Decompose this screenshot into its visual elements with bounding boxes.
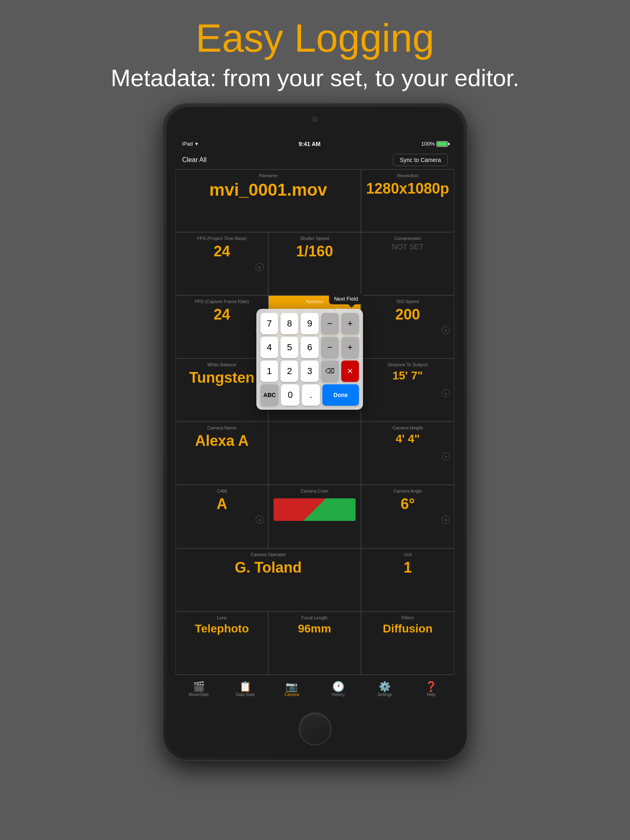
dataslate-icon: 📋 xyxy=(239,682,251,692)
key-2[interactable]: 2 xyxy=(281,361,298,382)
cam-label: CAM xyxy=(217,488,227,493)
key-1[interactable]: 1 xyxy=(260,361,278,382)
cell-cam-angle[interactable]: Camera Angle 6° › xyxy=(361,485,454,548)
tab-history[interactable]: 🕐 History xyxy=(315,675,361,703)
cell-focal[interactable]: Focal Length 96mm xyxy=(268,612,361,675)
cam-color-label: Camera Color xyxy=(301,488,329,493)
cell-cam[interactable]: CAM A › xyxy=(176,485,268,548)
shutter-label: Shutter Speed xyxy=(300,236,329,241)
filename-value: mvi_0001.mov xyxy=(209,180,327,199)
key-8[interactable]: 8 xyxy=(281,313,298,334)
key-minus[interactable]: − xyxy=(321,313,339,334)
cell-operator[interactable]: Camera Operator G. Toland xyxy=(176,548,361,612)
cam-angle-value: 6° xyxy=(401,496,415,512)
focal-label: Focal Length xyxy=(301,615,328,620)
key-backspace[interactable]: ⌫ xyxy=(321,361,339,382)
dataslate-label: Data Slate xyxy=(236,692,255,697)
numpad-hint[interactable]: Next Field xyxy=(329,293,363,304)
cam-height-stepper[interactable]: › xyxy=(442,452,450,461)
lens-label: Lens xyxy=(217,615,227,620)
aperture-label: Aperture xyxy=(306,299,323,304)
operator-value: G. Toland xyxy=(235,559,301,576)
settings-label: Settings xyxy=(377,692,392,697)
page-subtitle: Metadata: from your set, to your editor. xyxy=(111,64,519,91)
color-swatch[interactable] xyxy=(274,498,356,521)
compression-value: NOT SET xyxy=(392,243,424,251)
tab-settings[interactable]: ⚙️ Settings xyxy=(361,675,408,703)
cell-lens[interactable]: Lens Telephoto xyxy=(176,612,268,675)
movieslate-icon: 🎬 xyxy=(193,682,205,692)
clear-all-button[interactable]: Clear All xyxy=(182,156,207,164)
cell-fps2[interactable]: FPS (Capture Frame Rate) 24 › xyxy=(176,295,268,358)
cell-shutter[interactable]: Shutter Speed 1/160 xyxy=(268,232,361,295)
cell-iso[interactable]: ISO Speed 200 › xyxy=(361,295,454,358)
wb-label: White Balance xyxy=(207,362,236,367)
cam-height-label: Camera Height xyxy=(393,425,423,430)
top-bar: Clear All Sync to Camera xyxy=(176,151,454,169)
cam-name-value: Alexa A xyxy=(195,433,249,449)
key-4[interactable]: 4 xyxy=(260,337,278,358)
operator-label: Camera Operator xyxy=(251,552,286,557)
key-9[interactable]: 9 xyxy=(301,313,318,334)
tab-movieslate[interactable]: 🎬 MovieSlate xyxy=(176,675,222,703)
cell-distance[interactable]: Distance To Subject 15' 7" › xyxy=(361,358,454,422)
key-6[interactable]: 6 xyxy=(301,337,318,358)
key-abc[interactable]: ABC xyxy=(260,384,278,406)
iso-label: ISO Speed xyxy=(397,299,419,304)
ipad-device: iPad ▾ 9:41 AM 100% Clear All Sync to Ca… xyxy=(163,104,467,760)
cell-resolution[interactable]: Resolution 1280x1080p xyxy=(361,169,454,233)
home-button[interactable] xyxy=(299,712,331,745)
numpad-overlay: Next Field 7 8 9 − + 4 5 6 − xyxy=(256,309,363,410)
key-minus2[interactable]: − xyxy=(321,337,339,358)
sync-to-camera-button[interactable]: Sync to Camera xyxy=(393,154,448,166)
camera-icon: 📷 xyxy=(285,682,298,692)
movieslate-label: MovieSlate xyxy=(189,692,209,697)
wb-value: Tungsten xyxy=(189,370,254,386)
cell-cam-name[interactable]: Camera Name Alexa A xyxy=(176,422,268,485)
distance-stepper[interactable]: › xyxy=(442,389,450,397)
filename-label: Filename xyxy=(259,173,277,178)
help-label: Help xyxy=(427,692,436,697)
key-7[interactable]: 7 xyxy=(260,313,278,334)
cam-name-label: Camera Name xyxy=(207,425,237,430)
wifi-icon: ▾ xyxy=(195,141,198,147)
cam-stepper[interactable]: › xyxy=(256,516,264,524)
cam-angle-stepper[interactable]: › xyxy=(442,516,450,524)
cam-height-value: 4' 4" xyxy=(395,433,420,445)
tab-dataslate[interactable]: 📋 Data Slate xyxy=(222,675,268,703)
distance-value: 15' 7" xyxy=(393,370,423,382)
device-label: iPad xyxy=(182,141,193,147)
fps-stepper[interactable]: › xyxy=(256,263,264,271)
key-0[interactable]: 0 xyxy=(281,384,299,406)
camera-label: Camera xyxy=(285,692,299,697)
cell-compression[interactable]: Compression NOT SET xyxy=(361,232,454,295)
key-5[interactable]: 5 xyxy=(281,337,298,358)
key-3[interactable]: 3 xyxy=(301,361,318,382)
key-delete[interactable]: ✕ xyxy=(341,361,359,382)
key-plus2[interactable]: + xyxy=(341,337,359,358)
cell-wb[interactable]: White Balance Tungsten xyxy=(176,358,268,422)
key-plus[interactable]: + xyxy=(341,313,359,334)
cell-unit[interactable]: Unit 1 xyxy=(361,548,454,612)
focal-value: 96mm xyxy=(298,623,331,635)
battery-indicator xyxy=(436,141,448,147)
camera-dot xyxy=(312,116,318,122)
resolution-label: Resolution xyxy=(397,173,418,178)
cell-filename[interactable]: Filename mvi_0001.mov xyxy=(176,169,361,233)
unit-value: 1 xyxy=(404,559,412,576)
cell-cam-color[interactable]: Camera Color xyxy=(268,485,361,548)
key-done[interactable]: Done xyxy=(322,384,359,406)
cell-filters[interactable]: Filters Diffusion xyxy=(361,612,454,675)
battery-label: 100% xyxy=(421,141,435,147)
cam-angle-label: Camera Angle xyxy=(393,488,422,493)
iso-stepper[interactable]: › xyxy=(442,326,450,334)
cell-keypad-placeholder2 xyxy=(268,422,361,485)
cell-cam-height[interactable]: Camera Height 4' 4" › xyxy=(361,422,454,485)
tab-help[interactable]: ❓ Help xyxy=(408,675,454,703)
help-icon: ❓ xyxy=(425,682,437,692)
status-time: 9:41 AM xyxy=(299,141,320,147)
fps2-label: FPS (Capture Frame Rate) xyxy=(195,299,249,304)
tab-camera[interactable]: 📷 Camera xyxy=(269,675,315,703)
key-dot[interactable]: . xyxy=(302,384,320,406)
cell-fps[interactable]: FPS (Project Time Base) 24 › xyxy=(176,232,268,295)
